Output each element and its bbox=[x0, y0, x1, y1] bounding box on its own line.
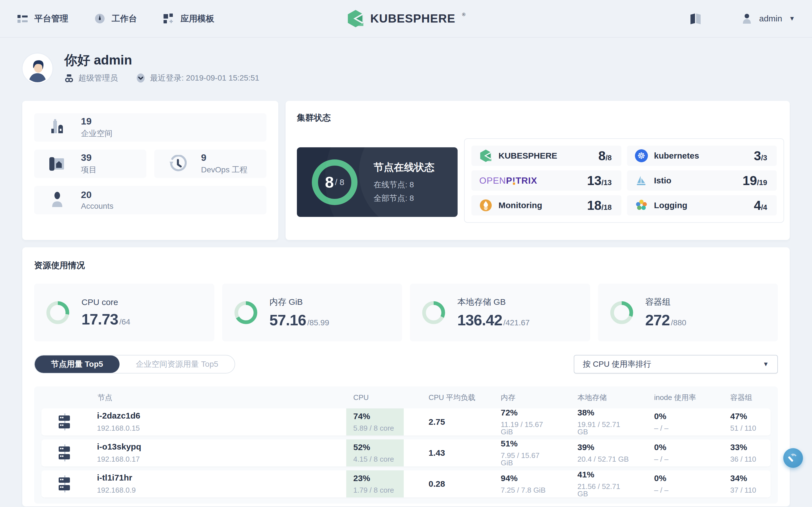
memory-cell: 51% 7.95 / 15.67 GiB bbox=[476, 439, 553, 466]
table-row[interactable]: i-2dazc1d6 192.168.0.15 74% 5.89 / 8 cor… bbox=[42, 408, 770, 436]
kubesphere-logo[interactable]: KUBESPHERE® bbox=[347, 10, 465, 27]
nodes-total-line: 全部节点: 8 bbox=[373, 193, 435, 204]
component-left: ☸ kubernetes bbox=[635, 149, 699, 162]
storage-percent: 41% bbox=[577, 470, 629, 479]
component-monitoring[interactable]: Monitoring 18/18 bbox=[471, 195, 621, 216]
documentation-book-icon[interactable] bbox=[689, 12, 702, 25]
component-count: 19 bbox=[743, 173, 757, 188]
component-total: /18 bbox=[601, 203, 612, 212]
sort-by-select[interactable]: 按 CPU 使用率排行 ▼ bbox=[574, 355, 778, 374]
component-istio[interactable]: Istio 19/19 bbox=[627, 170, 777, 191]
component-kubernetes[interactable]: ☸ kubernetes 3/3 bbox=[627, 146, 777, 166]
nav-item-app-templates[interactable]: 应用模板 bbox=[163, 13, 214, 24]
toolbox-floating-button[interactable] bbox=[783, 448, 803, 468]
nav-label: 工作台 bbox=[112, 13, 137, 24]
stat-text: 内存 GiB 57.16/85.99 bbox=[269, 296, 329, 329]
workspaces-label: 企业空间 bbox=[81, 128, 112, 139]
pods-cell: 33% 36 / 110 bbox=[705, 443, 770, 463]
tile-text: 9 DevOps 工程 bbox=[201, 152, 248, 175]
resource-usage-card: 资源使用情况 CPU core 17.73/64 内存 GiB 57.16/85… bbox=[22, 247, 790, 506]
projects-stat-tile[interactable]: 39 项目 bbox=[34, 150, 146, 178]
storage-cell: 38% 19.91 / 52.71 GB bbox=[553, 408, 629, 436]
nav-item-workbench[interactable]: 工作台 bbox=[94, 13, 137, 24]
last-login: 最近登录: 2019-09-01 15:25:51 bbox=[136, 73, 259, 83]
component-kubesphere[interactable]: KUBESPHERE 8/8 bbox=[471, 146, 621, 166]
memory-cell: 72% 11.19 / 15.67 GiB bbox=[476, 408, 553, 436]
cpu-cell: 23% 1.79 / 8 core bbox=[346, 470, 404, 497]
node-name: i-tl1i71hr bbox=[97, 473, 136, 482]
node-name: i-o13skypq bbox=[97, 443, 141, 451]
table-controls: 节点用量 Top5 企业空间资源用量 Top5 按 CPU 使用率排行 ▼ bbox=[34, 355, 778, 374]
table-row[interactable]: i-o13skypq 192.168.0.17 52% 4.15 / 8 cor… bbox=[42, 439, 770, 466]
storage-detail: 21.56 / 52.71 GB bbox=[577, 483, 629, 497]
storage-usage-ring bbox=[422, 301, 446, 325]
memory-value: 57.16 bbox=[269, 311, 306, 329]
component-left: OPENP!TRIX bbox=[479, 175, 538, 186]
memory-percent: 72% bbox=[501, 408, 553, 417]
cpu-percent: 74% bbox=[353, 412, 404, 420]
component-value: 19/19 bbox=[743, 173, 767, 188]
tab-node-usage-top5[interactable]: 节点用量 Top5 bbox=[35, 355, 119, 373]
prometheus-torch-icon bbox=[479, 199, 492, 212]
devops-label: DevOps 工程 bbox=[201, 165, 248, 175]
stat-text: 容器组 272/880 bbox=[645, 296, 687, 329]
user-role: 超级管理员 bbox=[64, 73, 118, 83]
inode-detail: – / – bbox=[654, 425, 705, 432]
hammer-icon bbox=[788, 452, 799, 464]
cpu-cell: 74% 5.89 / 8 core bbox=[346, 408, 404, 436]
col-header-cpu: CPU bbox=[346, 393, 404, 402]
server-icon bbox=[56, 475, 74, 493]
nav-right: admin ▼ bbox=[689, 12, 795, 25]
node-name: i-2dazc1d6 bbox=[97, 411, 140, 420]
storage-usage-card: 本地存储 GB 136.42/421.67 bbox=[410, 284, 590, 341]
storage-value: 136.42 bbox=[457, 311, 502, 329]
pods-detail: 36 / 110 bbox=[730, 455, 770, 463]
component-count: 3 bbox=[754, 149, 761, 163]
table-row[interactable]: i-tl1i71hr 192.168.0.9 23% 1.79 / 8 core… bbox=[42, 470, 770, 497]
component-count: 8 bbox=[598, 149, 606, 163]
kubesphere-logo-mark-icon bbox=[347, 10, 364, 27]
nodes-online-line: 在线节点: 8 bbox=[373, 179, 435, 190]
node-ip: 192.168.0.17 bbox=[97, 455, 141, 464]
node-identity: i-2dazc1d6 192.168.0.15 bbox=[97, 411, 140, 433]
greeting-hello: 你好 admin bbox=[64, 54, 259, 66]
cluster-components-panel: KUBESPHERE 8/8 ☸ kubernetes 3/3 OPENP!TR… bbox=[464, 138, 784, 223]
memory-label: 内存 GiB bbox=[269, 296, 329, 308]
memory-detail: 11.19 / 15.67 GiB bbox=[501, 421, 553, 436]
component-left: Monitoring bbox=[479, 199, 542, 212]
accounts-stat-tile[interactable]: 20 Accounts bbox=[34, 186, 266, 214]
gauge-icon bbox=[94, 13, 105, 24]
inode-cell: 0% – / – bbox=[629, 443, 705, 463]
pods-cell: 47% 51 / 110 bbox=[705, 412, 770, 432]
node-ip: 192.168.0.9 bbox=[97, 486, 136, 495]
component-count: 4 bbox=[754, 198, 761, 213]
workspaces-stat-tile[interactable]: 19 企业空间 bbox=[34, 113, 266, 142]
storage-cell: 39% 20.4 / 52.71 GB bbox=[553, 443, 629, 463]
component-total: /8 bbox=[606, 154, 612, 162]
cpu-detail: 4.15 / 8 core bbox=[353, 455, 404, 463]
tab-workspace-usage-top5[interactable]: 企业空间资源用量 Top5 bbox=[119, 355, 235, 373]
component-name: Monitoring bbox=[499, 201, 542, 210]
user-menu[interactable]: admin ▼ bbox=[741, 13, 795, 24]
inode-percent: 0% bbox=[654, 474, 705, 483]
kubernetes-helm-icon: ☸ bbox=[635, 149, 648, 162]
memory-percent: 94% bbox=[501, 474, 553, 483]
overview-card: 19 企业空间 39 项目 bbox=[22, 101, 278, 240]
cpu-usage-card: CPU core 17.73/64 bbox=[34, 284, 214, 341]
app-grid-icon bbox=[163, 13, 174, 24]
accounts-label: Accounts bbox=[81, 202, 113, 211]
cluster-status-title: 集群状态 bbox=[297, 112, 778, 124]
component-logging[interactable]: Logging 4/4 bbox=[627, 195, 777, 216]
load-cell: 1.43 bbox=[404, 448, 476, 458]
component-openpitrix[interactable]: OPENP!TRIX 13/13 bbox=[471, 170, 621, 191]
component-total: /19 bbox=[757, 178, 767, 187]
devops-stat-tile[interactable]: 9 DevOps 工程 bbox=[154, 150, 266, 178]
nav-item-platform-management[interactable]: 平台管理 bbox=[17, 13, 68, 24]
cpu-total: /64 bbox=[119, 318, 130, 327]
greeting-section: 你好 admin 超级管理员 最近登录: 2019-09-01 15:25:51 bbox=[22, 54, 812, 83]
component-name: KUBESPHERE bbox=[499, 151, 557, 161]
tile-text: 19 企业空间 bbox=[81, 116, 112, 139]
logo-wordmark: KUBESPHERE bbox=[370, 12, 455, 25]
platform-list-icon bbox=[17, 13, 28, 24]
component-total: /4 bbox=[761, 203, 767, 212]
